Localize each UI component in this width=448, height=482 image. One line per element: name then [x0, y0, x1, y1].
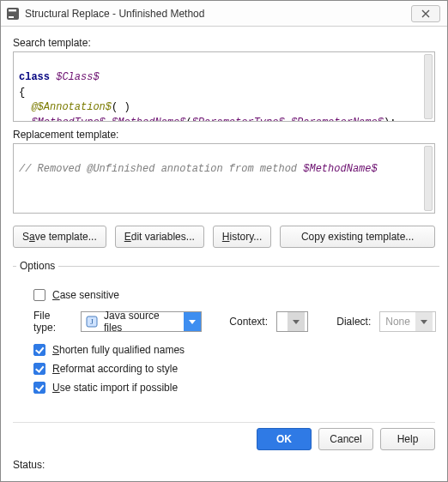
dialog-footer: OK Cancel Help	[13, 422, 435, 459]
file-type-combo[interactable]: J Java source files	[81, 311, 201, 332]
status-label: Status:	[13, 459, 435, 474]
chevron-down-icon	[288, 312, 305, 331]
context-label: Context:	[229, 316, 268, 328]
svg-text:J: J	[90, 317, 94, 326]
svg-rect-2	[9, 16, 14, 18]
reformat-option[interactable]: Reformat according to style	[33, 363, 436, 375]
dialect-label: Dialect:	[336, 316, 371, 328]
shorten-names-label[interactable]: Shorten fully qualified names	[52, 344, 185, 356]
case-sensitive-label[interactable]: Case sensitive	[52, 289, 119, 301]
window-title: Structural Replace - Unfinished Method	[25, 8, 411, 20]
dialect-combo[interactable]: None	[379, 311, 435, 332]
replacement-template-editor[interactable]: // Removed @Unfinished annotation from m…	[13, 143, 435, 214]
close-icon	[421, 9, 430, 18]
options-legend: Options	[16, 260, 58, 272]
file-type-label: File type:	[33, 310, 72, 334]
dialog-window: Structural Replace - Unfinished Method S…	[0, 0, 448, 482]
chevron-down-icon	[184, 312, 200, 331]
save-template-button[interactable]: Save template...	[13, 226, 106, 248]
scrollbar[interactable]	[424, 146, 433, 211]
titlebar: Structural Replace - Unfinished Method	[1, 1, 447, 27]
context-combo[interactable]	[276, 311, 308, 332]
history-button[interactable]: History...	[213, 226, 271, 248]
shorten-names-option[interactable]: Shorten fully qualified names	[33, 344, 436, 356]
static-import-label[interactable]: Use static import if possible	[52, 382, 178, 394]
options-group: Options Case sensitive File type: J Java…	[13, 260, 439, 409]
template-buttons-row: Save template... Edit variables... Histo…	[13, 226, 435, 248]
close-button[interactable]	[411, 5, 440, 22]
dialect-value: None	[380, 316, 415, 328]
chevron-down-icon	[415, 312, 433, 331]
static-import-option[interactable]: Use static import if possible	[33, 382, 436, 394]
copy-existing-template-button[interactable]: Copy existing template...	[280, 226, 435, 248]
file-type-value: Java source files	[99, 310, 184, 334]
file-type-row: File type: J Java source files Context: …	[33, 310, 436, 334]
reformat-checkbox[interactable]	[33, 363, 45, 375]
help-button[interactable]: Help	[380, 428, 435, 450]
app-icon	[6, 7, 20, 21]
case-sensitive-checkbox[interactable]	[33, 289, 45, 301]
dialog-content: Search template: class $Class$ { @$Annot…	[1, 27, 447, 481]
edit-variables-button[interactable]: Edit variables...	[115, 226, 204, 248]
scrollbar[interactable]	[424, 54, 433, 119]
reformat-label[interactable]: Reformat according to style	[52, 363, 178, 375]
shorten-names-checkbox[interactable]	[33, 344, 45, 356]
static-import-checkbox[interactable]	[33, 382, 45, 394]
svg-rect-1	[9, 9, 16, 11]
java-file-icon: J	[85, 315, 99, 328]
search-template-label: Search template:	[13, 37, 435, 49]
case-sensitive-option[interactable]: Case sensitive	[33, 289, 436, 301]
search-template-editor[interactable]: class $Class$ { @$Annotation$( ) $Method…	[13, 51, 435, 122]
ok-button[interactable]: OK	[257, 428, 312, 450]
cancel-button[interactable]: Cancel	[318, 428, 373, 450]
replacement-template-label: Replacement template:	[13, 129, 435, 141]
